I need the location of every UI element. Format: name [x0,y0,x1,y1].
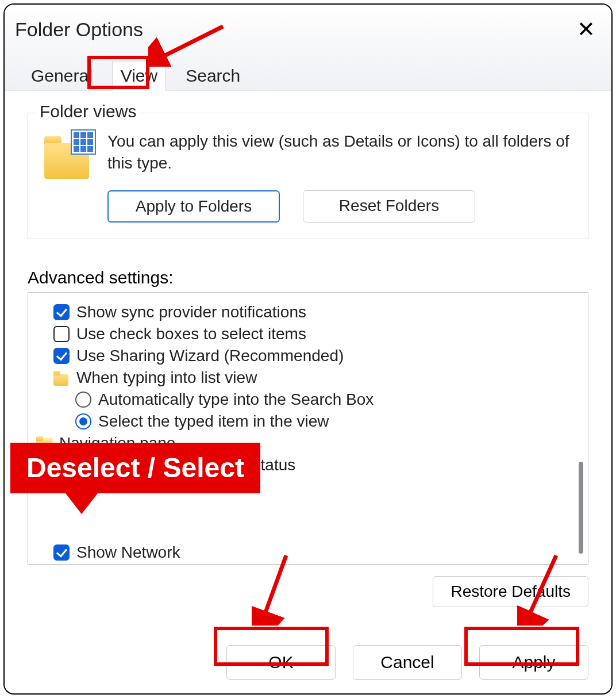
ok-button[interactable]: OK [226,645,336,680]
tab-search[interactable]: Search [178,62,248,90]
folder-views-legend: Folder views [36,102,140,121]
setting-auto-type-search[interactable]: Automatically type into the Search Box [75,389,571,410]
folder-views-description: You can apply this view (such as Details… [107,131,572,179]
advanced-settings-label: Advanced settings: [28,268,588,287]
tab-general[interactable]: General [23,62,101,90]
checkbox-icon[interactable] [53,544,70,561]
radio-icon[interactable] [75,392,91,408]
annotation-callout: Deselect / Select [10,443,260,493]
folder-options-dialog: Folder Options ✕ General View Search Fol… [3,3,613,695]
dialog-footer: OK Cancel Apply [226,645,588,680]
cancel-button[interactable]: Cancel [353,645,462,680]
setting-label: Select the typed item in the view [98,412,329,431]
setting-label: Automatically type into the Search Box [98,390,374,409]
folder-views-icon [44,134,93,179]
setting-show-sync-provider[interactable]: Show sync provider notifications [53,302,571,323]
reset-folders-button[interactable]: Reset Folders [303,190,475,223]
setting-label: Use check boxes to select items [76,325,306,343]
restore-defaults-button[interactable]: Restore Defaults [433,576,588,607]
folder-icon [53,370,70,386]
dialog-title: Folder Options [15,18,143,41]
setting-use-sharing-wizard[interactable]: Use Sharing Wizard (Recommended) [53,346,571,366]
close-icon[interactable]: ✕ [571,15,601,44]
advanced-settings-list[interactable]: Show sync provider notifications Use che… [28,292,588,565]
setting-show-this-pc[interactable]: Show This PC [53,564,571,565]
scrollbar-thumb[interactable] [579,462,583,554]
setting-label: Use Sharing Wizard (Recommended) [76,347,344,365]
checkbox-icon[interactable] [53,326,70,342]
checkbox-icon[interactable] [53,304,70,320]
apply-to-folders-button[interactable]: Apply to Folders [107,190,280,223]
folder-views-group: Folder views You can apply this view (su… [28,113,588,239]
setting-select-typed-item[interactable]: Select the typed item in the view [75,411,571,432]
setting-label: When typing into list view [76,369,257,387]
setting-use-check-boxes[interactable]: Use check boxes to select items [53,324,571,344]
setting-group-typing: When typing into list view [53,367,571,388]
tab-strip: General View Search [5,49,611,91]
checkbox-icon[interactable] [53,348,70,364]
apply-button[interactable]: Apply [479,645,588,680]
setting-label: Show Network [76,543,180,562]
titlebar: Folder Options ✕ [5,5,611,49]
setting-label: Show sync provider notifications [76,303,306,321]
radio-icon[interactable] [75,413,91,429]
tab-view[interactable]: View [112,61,166,91]
setting-show-network[interactable]: Show Network [53,542,571,563]
